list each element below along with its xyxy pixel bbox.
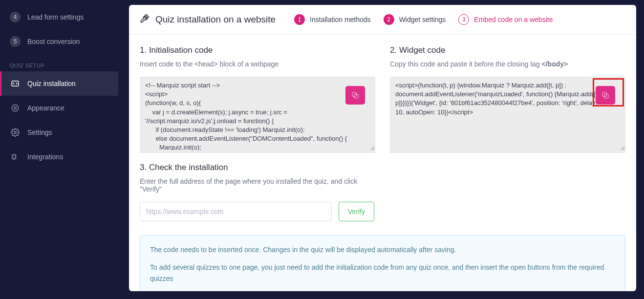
copy-init-code-button[interactable] — [345, 86, 365, 105]
embed-icon — [10, 78, 21, 89]
step-label: Embed code on a website — [474, 16, 553, 23]
sidebar: 4 Lead form settings 5 Boost conversion … — [0, 0, 118, 299]
sidebar-item-label: Settings — [27, 128, 52, 136]
sidebar-item-settings[interactable]: Settings — [0, 120, 118, 145]
section-title: 1. Initialisation code — [140, 45, 375, 55]
section-hint: Enter the full address of the page where… — [140, 177, 374, 193]
gear-icon — [10, 127, 21, 138]
sidebar-item-integrations[interactable]: Integrations — [0, 145, 118, 169]
sidebar-item-boost-conversion[interactable]: 5 Boost conversion — [0, 29, 118, 54]
widget-code-section: 2. Widget code Copy this code and paste … — [390, 45, 625, 153]
panel-header: Quiz installation on a website 1 Install… — [129, 5, 636, 35]
section-title: 3. Check the installation — [140, 163, 374, 172]
sidebar-item-appearance[interactable]: Appearance — [0, 96, 118, 120]
step-widget-settings[interactable]: 2 Widget settings — [384, 14, 446, 25]
step-number: 5 — [10, 36, 21, 47]
svg-point-3 — [14, 131, 17, 134]
copy-icon — [601, 91, 610, 100]
step-label: Widget settings — [399, 16, 446, 23]
init-code-textarea[interactable] — [140, 77, 375, 150]
tools-icon — [140, 14, 150, 25]
step-label: Installation methods — [310, 16, 371, 23]
url-input[interactable] — [140, 202, 332, 221]
step-number: 4 — [10, 12, 21, 22]
init-code-section: 1. Initialisation code Insert code to th… — [140, 45, 375, 153]
sidebar-item-label: Appearance — [27, 104, 64, 112]
sidebar-item-label: Lead form settings — [27, 13, 84, 21]
info-line: The code needs to be inserted once. Chan… — [150, 244, 615, 255]
sidebar-item-quiz-installation[interactable]: Quiz installation — [0, 71, 118, 96]
step-number: 2 — [384, 14, 394, 25]
sidebar-item-lead-form[interactable]: 4 Lead form settings — [0, 5, 118, 29]
puzzle-icon — [10, 151, 21, 162]
sidebar-item-label: Integrations — [27, 153, 63, 161]
widget-code-textarea[interactable] — [390, 77, 625, 150]
section-hint: Copy this code and paste it before the c… — [390, 60, 625, 68]
info-line: To add several quizzes to one page, you … — [150, 262, 615, 284]
step-number: 1 — [294, 14, 305, 25]
check-installation-section: 3. Check the installation Enter the full… — [140, 163, 374, 221]
copy-icon — [351, 91, 360, 100]
sidebar-item-label: Quiz installation — [27, 80, 76, 87]
section-title: 2. Widget code — [390, 45, 625, 55]
section-hint: Insert code to the <head> block of a web… — [140, 60, 375, 68]
svg-point-2 — [14, 107, 17, 109]
sidebar-item-label: Boost conversion — [27, 38, 80, 45]
svg-point-1 — [12, 105, 19, 111]
page-title: Quiz installation on a website — [155, 14, 276, 25]
step-embed-code[interactable]: 3 Embed code on a website — [458, 14, 553, 25]
sidebar-section-label: QUIZ SETUP — [0, 54, 118, 71]
verify-button[interactable]: Verify — [339, 202, 374, 221]
appearance-icon — [10, 103, 21, 113]
main-panel: Quiz installation on a website 1 Install… — [129, 5, 636, 291]
info-box: The code needs to be inserted once. Chan… — [140, 235, 625, 291]
step-installation-methods[interactable]: 1 Installation methods — [294, 14, 371, 25]
step-number: 3 — [458, 14, 469, 25]
copy-widget-code-button[interactable] — [596, 86, 615, 105]
